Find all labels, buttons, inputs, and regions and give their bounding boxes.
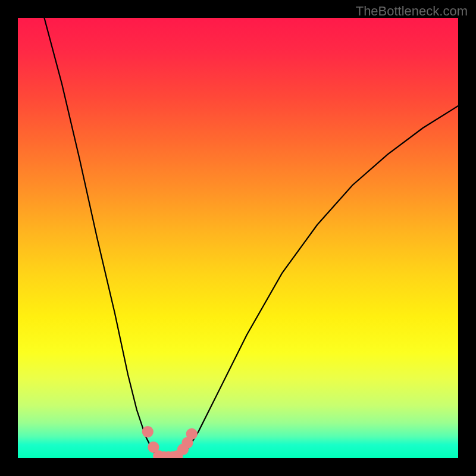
plot-area [18, 18, 458, 458]
series-right-curve [176, 106, 458, 458]
marker-group [142, 426, 198, 458]
series-left-curve [44, 18, 158, 458]
watermark-text: TheBottleneck.com [356, 4, 468, 19]
data-marker [142, 426, 154, 437]
curve-group [44, 18, 458, 458]
chart-svg [18, 18, 458, 458]
data-marker [186, 428, 198, 440]
